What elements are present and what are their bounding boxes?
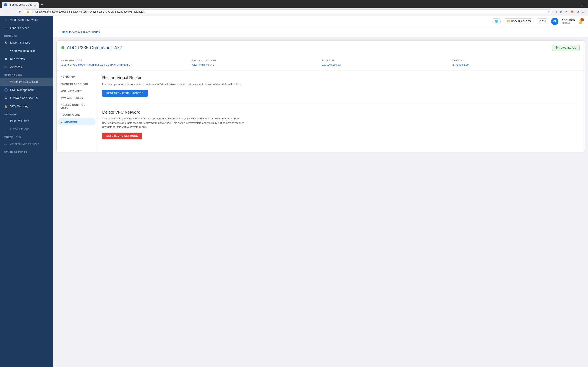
- lang-value: EN: [542, 20, 545, 23]
- sidebar-item-kubernetes[interactable]: ☸ Kubernetes: [0, 55, 53, 63]
- other-services-top-icon: ⊞: [4, 26, 8, 30]
- dns-icon: 🌐: [4, 88, 8, 92]
- config-label: CONFIGURATION: [61, 59, 189, 62]
- sidebar-item-autoscale[interactable]: ✂ Autoscale: [0, 63, 53, 71]
- sidebar-label-block-volumes: Block Volumes: [10, 119, 29, 123]
- delete-desc: This will remove this Virtual Private Cl…: [102, 117, 245, 129]
- vpc-name: ADC-R335-Commvault-Az2: [67, 45, 122, 50]
- aws-icon: aws: [4, 142, 8, 146]
- created-value: 2 months ago: [453, 63, 580, 66]
- sidebar-item-firewalls[interactable]: 🛡 Firewalls and Security: [0, 94, 53, 102]
- kubernetes-icon: ☸: [4, 57, 8, 60]
- back-button[interactable]: ←: [2, 9, 8, 15]
- menu-overview[interactable]: OVERVIEW: [57, 74, 97, 81]
- windows-icon: ⊞: [4, 49, 8, 52]
- sidebar-label-other-services-top: Other Services: [10, 26, 29, 30]
- top-header: 🌐 💳 USD 999,715.05 ⇄ EN KP ADC-R335 Apic…: [53, 16, 588, 27]
- sidebar-item-linux[interactable]: 🐧 Linux Instances: [0, 39, 53, 47]
- menu-subnets[interactable]: SUBNETS AND TIERS: [57, 81, 97, 88]
- addon-icon[interactable]: 🦊: [570, 9, 575, 14]
- az-info: AVAILABILITY ZONE AZ2 - India North 2: [192, 59, 319, 66]
- created-label: CREATED: [453, 59, 580, 62]
- back-arrow-icon: ←: [58, 30, 61, 34]
- delete-button[interactable]: DELETE VPC NETWORK: [102, 133, 142, 140]
- restart-button[interactable]: RESTART VIRTUAL ROUTER: [102, 90, 148, 97]
- address-bar[interactable]: 🔒 🛡 https://try.apiculus.io/site/#/virtu…: [24, 9, 553, 14]
- menu-ipv4[interactable]: IPV4 ADDRESSES: [57, 95, 97, 101]
- sidebar-item-object-storage[interactable]: ⊟ Object Storage: [0, 125, 53, 133]
- ip-value: 103.145.166.73: [322, 63, 449, 66]
- tab-close-icon[interactable]: ✕: [34, 3, 36, 6]
- sidebar-item-aws[interactable]: aws Amazon Web Services: [0, 140, 53, 148]
- app-container: ✦ Value Added Services ⊞ Other Services …: [0, 16, 588, 367]
- main-header: ← Back to Virtual Private Clouds: [53, 27, 588, 37]
- extensions-icon[interactable]: ⊞: [559, 9, 563, 14]
- sidebar-label-windows: Windows Instances: [10, 49, 35, 52]
- more-icon[interactable]: ☰: [581, 9, 586, 14]
- vpc-operations-content: Restart Virtual Router Use this option t…: [97, 71, 585, 152]
- balance-icon: 💳: [507, 20, 510, 23]
- window-controls: ⋯: [580, 2, 586, 8]
- url-text: https://try.apiculus.io/site/#/virtual-p…: [35, 10, 546, 13]
- menu-operations[interactable]: OPERATIONS: [58, 118, 95, 125]
- linux-icon: 🐧: [4, 41, 8, 44]
- language-selector[interactable]: ⇄ EN: [536, 18, 548, 24]
- sidebar-label-autoscale: Autoscale: [10, 66, 23, 69]
- star-icon[interactable]: ☆: [548, 10, 550, 13]
- tab-favicon: [4, 3, 7, 6]
- menu-acl[interactable]: ACCESS CONTROL LISTS: [57, 101, 97, 111]
- sidebar-item-vpn[interactable]: 🔒 VPN Gateways: [0, 102, 53, 110]
- settings-icon[interactable]: ⚙: [576, 9, 580, 14]
- sidebar: ✦ Value Added Services ⊞ Other Services …: [0, 16, 53, 367]
- balance-display: 💳 USD 999,715.05: [504, 18, 533, 24]
- vpc-title-group: ADC-R335-Commvault-Az2: [61, 45, 122, 50]
- main-content: ← Back to Virtual Private Clouds ADC-R33…: [53, 27, 588, 367]
- sidebar-item-block-volumes[interactable]: ⊟ Block Volumes: [0, 117, 53, 125]
- browser-tabs: Apiculus Demo Cloud ✕ + ⋯: [0, 0, 588, 8]
- vpc-header: ADC-R335-Commvault-Az2 ⏻ POWERED ON: [57, 41, 585, 55]
- sidebar-label-value-added: Value Added Services: [10, 18, 38, 21]
- translate-icon: ⇄: [539, 20, 541, 23]
- networking-section-label: NETWORKING: [0, 71, 53, 78]
- back-link[interactable]: ← Back to Virtual Private Clouds: [58, 30, 583, 34]
- user-name: ADC-R335: [562, 18, 575, 22]
- sidebar-label-linux: Linux Instances: [10, 41, 30, 44]
- sidebar-item-windows[interactable]: ⊞ Windows Instances: [0, 47, 53, 55]
- ip-label: PUBLIC IP: [322, 59, 449, 62]
- block-volumes-icon: ⊟: [4, 119, 8, 123]
- download-icon[interactable]: ⬇: [554, 9, 558, 14]
- delete-title: Delete VPC Network: [102, 110, 580, 115]
- restart-section: Restart Virtual Router Use this option t…: [102, 75, 580, 103]
- sidebar-label-kubernetes: Kubernetes: [10, 57, 25, 60]
- sidebar-label-vpc: Virtual Private Clouds: [10, 80, 38, 83]
- sidebar-item-other-services-top[interactable]: ⊞ Other Services: [0, 24, 53, 32]
- active-tab[interactable]: Apiculus Demo Cloud ✕: [2, 2, 39, 8]
- sidebar-label-firewalls: Firewalls and Security: [10, 96, 38, 100]
- value-added-icon: ✦: [4, 18, 8, 21]
- sidebar-item-value-added[interactable]: ✦ Value Added Services: [0, 16, 53, 24]
- other-services-section-label: OTHER SERVICES: [0, 148, 53, 155]
- restart-desc: Use this option to perform a quick reboo…: [102, 82, 245, 86]
- sidebar-item-dns[interactable]: 🌐 DNS Management: [0, 86, 53, 94]
- menu-instances[interactable]: VPC INSTANCES: [57, 88, 97, 95]
- forward-button[interactable]: →: [10, 9, 16, 15]
- multicloud-section-label: MULTICLOUD: [0, 133, 53, 140]
- vpc-sidebar-menu: OVERVIEW SUBNETS AND TIERS VPC INSTANCES…: [57, 71, 97, 152]
- menu-reconfigure[interactable]: RECONFIGURE: [57, 111, 97, 118]
- sidebar-label-dns: DNS Management: [10, 88, 34, 92]
- notification-button[interactable]: 🔔 1: [578, 19, 583, 24]
- user-info: ADC-R335 Apiculus: [562, 18, 575, 24]
- balance-value: USD 999,715.05: [511, 20, 531, 23]
- browser-chrome: Apiculus Demo Cloud ✕ + ⋯ ← → ↻ 🔒 🛡 http…: [0, 0, 588, 16]
- reload-button[interactable]: ↻: [17, 9, 22, 15]
- config-info: CONFIGURATION 1 core CPU 0 Mbps Throughp…: [61, 59, 189, 66]
- svg-text:aws: aws: [4, 143, 7, 145]
- powered-on-button[interactable]: ⏻ POWERED ON: [552, 45, 580, 51]
- new-tab-button[interactable]: +: [39, 2, 45, 8]
- autoscale-icon: ✂: [4, 66, 8, 69]
- vpc-icon: ⊟: [4, 80, 8, 83]
- globe-button[interactable]: 🌐: [492, 18, 501, 24]
- status-indicator: [61, 46, 64, 49]
- profile-icon[interactable]: K: [565, 9, 568, 14]
- sidebar-item-vpc[interactable]: ⊟ Virtual Private Clouds: [0, 78, 53, 86]
